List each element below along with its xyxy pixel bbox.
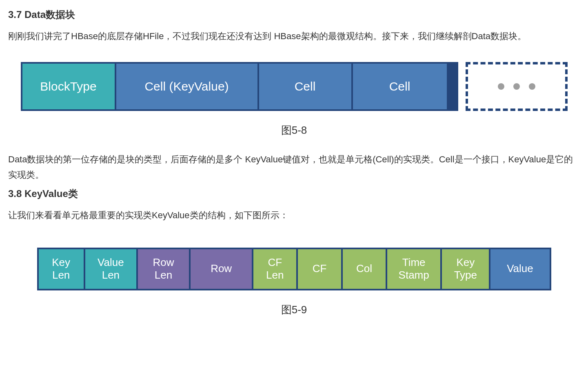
figure-5-8-strip: BlockType Cell (KeyValue) Cell Cell [21,62,458,111]
fig58-cell-2: Cell [259,64,353,109]
fig58-ellipsis-box [466,62,568,111]
fig59-cf: CF [298,249,342,289]
paragraph-data-block-desc: Data数据块的第一位存储的是块的类型，后面存储的是多个 KeyValue键值对… [8,152,580,182]
ellipsis-dot-icon [498,83,504,90]
ellipsis-dot-icon [513,83,520,90]
figure-5-8-caption: 图5-8 [8,123,580,137]
fig59-cf-len: CFLen [253,249,298,289]
fig59-col: Col [343,249,387,289]
fig58-cell-3: Cell [353,64,447,109]
heading-keyvalue-class: 3.8 KeyValue类 [8,187,580,200]
ellipsis-dot-icon [529,83,535,90]
fig59-time-stamp: TimeStamp [387,249,442,289]
fig58-cell-keyvalue: Cell (KeyValue) [116,64,259,109]
paragraph-keyvalue-intro: 让我们来看看单元格最重要的实现类KeyValue类的结构，如下图所示： [8,208,580,223]
fig59-key-len: KeyLen [39,249,85,289]
fig58-blocktype: BlockType [22,64,116,109]
fig59-value-len: ValueLen [85,249,138,289]
fig59-row: Row [191,249,253,289]
paragraph-intro-data-block: 刚刚我们讲完了HBase的底层存储HFile，不过我们现在还没有达到 HBase… [8,29,580,44]
fig59-value: Value [490,249,549,289]
fig59-key-type: KeyType [442,249,490,289]
figure-5-9-caption: 图5-9 [8,303,580,317]
heading-data-block: 3.7 Data数据块 [8,8,580,21]
figure-5-8: BlockType Cell (KeyValue) Cell Cell [21,62,568,111]
figure-5-9: KeyLen ValueLen RowLen Row CFLen CF Col … [37,248,551,290]
fig59-row-len: RowLen [138,249,191,289]
